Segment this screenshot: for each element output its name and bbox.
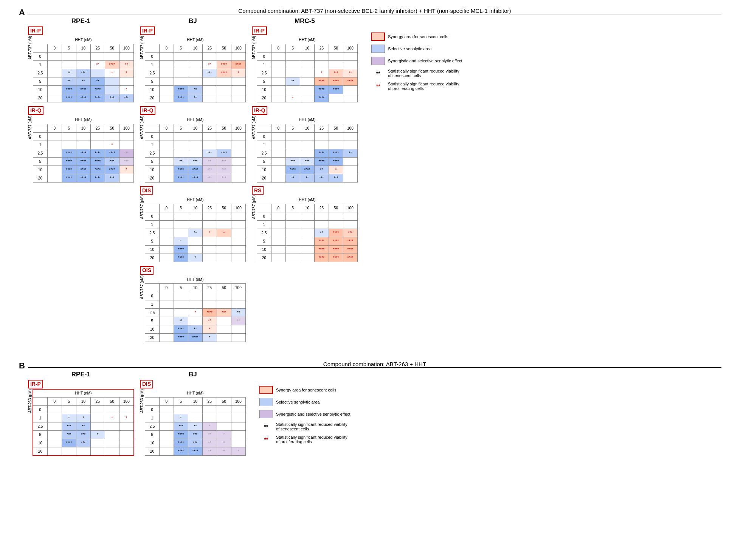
mrc5-irq-block: IR-Q ABT-737 (μM) HHT (nM) 05102550100 xyxy=(252,106,358,182)
bj-irq-block: IR-Q ABT-737 (μM) HHT (nM) 05102550100 xyxy=(140,106,246,182)
section-b-label: B xyxy=(19,361,25,371)
bj-dis-block: DIS ABT-737 (μM) HHT (nM) 05102550100 xyxy=(140,186,246,262)
mrc5-rs-y: ABT-737 (μM) xyxy=(252,195,256,219)
bj-irq-table: HHT (nM) 05102550100 0 1 2.5******* 5***… xyxy=(145,116,246,183)
mrc5-title: MRC-5 xyxy=(252,17,358,25)
legend-b-combined-box xyxy=(259,410,273,418)
bj-irq-y: ABT-737 (μM) xyxy=(140,116,144,139)
legend-b-synergy-box xyxy=(259,386,273,394)
panel-mrc5-a: MRC-5 IR-P ABT-737 (μM) xyxy=(252,17,358,266)
irp-label: IR-P xyxy=(28,26,43,35)
section-a: A Compound combination: ABT-737 (non-sel… xyxy=(19,8,721,346)
legend-b-senolytic-text: Selective senolytic area xyxy=(276,400,320,404)
mrc5-irp-y: ABT-737 (μM) xyxy=(252,36,256,59)
rpe1-irp-table: HHT (nM) 05102550100 0 xyxy=(33,36,134,103)
bj-irq-label: IR-Q xyxy=(140,106,156,115)
rpe1-irq-block: IR-Q ABT-737 (μM) HHT (nM) xyxy=(28,106,134,182)
bj-y-axis: ABT-737 (μM) xyxy=(140,36,144,59)
rpe1-b-y: ABT-263 (μM) xyxy=(28,389,32,413)
rpe1-irq-table: HHT (nM) 05102550100 0 xyxy=(33,116,134,183)
mrc5-rs-label: RS xyxy=(252,186,264,195)
mrc5-rs-table: HHT (nM) 05102550100 0 1 2.5********* 5*… xyxy=(257,195,358,262)
legend-b-stars-red-item: ** Statistically significant reduced via… xyxy=(259,435,351,444)
section-b: B Compound combination: ABT-263 + HHT RP… xyxy=(19,361,721,459)
legend-b-senolytic: Selective senolytic area xyxy=(259,398,351,406)
bj-b-dis-label: DIS xyxy=(140,380,153,388)
section-b-title: Compound combination: ABT-263 + HHT xyxy=(28,361,721,368)
rpe1-b-irp-block: IR-P ABT-263 (μM) HHT (nM) 05102550100 xyxy=(28,380,134,456)
legend-b-synergy-text: Synergy area for senescent cells xyxy=(276,388,337,392)
legend-b-stars-red: ** xyxy=(264,436,268,442)
legend-combined-text: Synergistic and selective senolytic effe… xyxy=(388,59,462,63)
legend-synergy-text: Synergy area for senescent cells xyxy=(388,34,448,39)
section-a-label: A xyxy=(19,8,25,17)
panel-rpe1-b: RPE-1 IR-P ABT-263 (μM) xyxy=(28,371,134,459)
legend-stars-black: ** xyxy=(376,70,380,76)
legend-b-combined-text: Synergistic and selective senolytic effe… xyxy=(276,412,351,416)
legend-stars-black-item: ** Statistically significant reduced via… xyxy=(371,69,462,78)
panel-bj-b: BJ DIS ABT-263 (μM) xyxy=(140,371,246,459)
legend-senolytic-text: Selective senolytic area xyxy=(388,46,432,51)
bj-ois-table: HHT (nM) 05102550100 0 1 2.5********** 5… xyxy=(145,275,246,342)
rpe1-b-irp-label: IR-P xyxy=(28,380,43,388)
bj-ois-block: OIS ABT-737 (μM) HHT (nM) 05102550100 xyxy=(140,266,246,342)
mrc5-irq-y: ABT-737 (μM) xyxy=(252,116,256,139)
legend-combined: Synergistic and selective senolytic effe… xyxy=(371,57,462,65)
legend-combined-box xyxy=(371,57,385,65)
legend-b: Synergy area for senescent cells Selecti… xyxy=(259,386,351,444)
legend-synergy: Synergy area for senescent cells xyxy=(371,32,462,41)
bj-b-dis-block: DIS ABT-263 (μM) HHT (nM) 05102550100 xyxy=(140,380,246,456)
bj-dis-table: HHT (nM) 05102550100 0 1 2.5**** 5* 10**… xyxy=(145,195,246,262)
legend-stars-red: ** xyxy=(376,83,380,89)
section-a-title: Compound combination: ABT-737 (non-selec… xyxy=(28,8,721,14)
panel-bj-a: BJ IR-P ABT-737 (μM) xyxy=(140,17,246,346)
rpe1-title: RPE-1 xyxy=(28,17,134,25)
legend-b-stars-black: ** xyxy=(264,424,268,430)
bj-b-title: BJ xyxy=(140,371,246,378)
bj-irp-block: IR-P ABT-737 (μM) HHT (nM) 05102550100 xyxy=(140,26,246,102)
legend-a: Synergy area for senescent cells Selecti… xyxy=(371,32,462,91)
legend-b-stars-black-item: ** Statistically significant reduced via… xyxy=(259,422,351,431)
rpe1-b-irp-table: HHT (nM) 05102550100 0 1**** 2.5***** 5*… xyxy=(33,389,134,456)
legend-b-combined: Synergistic and selective senolytic effe… xyxy=(259,410,351,418)
legend-senolytic: Selective senolytic area xyxy=(371,45,462,53)
bj-irp-label: IR-P xyxy=(140,26,155,35)
legend-stars-black-text: Statistically significant reduced viabil… xyxy=(388,69,459,78)
legend-synergy-box xyxy=(371,32,385,41)
irq-label: IR-Q xyxy=(28,106,44,115)
legend-stars-red-text: Statistically significant reduced viabil… xyxy=(388,82,459,91)
bj-title: BJ xyxy=(140,17,246,25)
mrc5-irq-table: HHT (nM) 05102550100 0 1 2.5********** 5… xyxy=(257,116,358,183)
mrc5-rs-block: RS ABT-737 (μM) HHT (nM) 05102550100 xyxy=(252,186,358,262)
y-axis-label: ABT-737 (μM) xyxy=(28,36,32,59)
bj-ois-label: OIS xyxy=(140,266,154,275)
legend-b-stars-red-text: Statistically significant reduced viabil… xyxy=(276,435,347,444)
y-axis-label2: ABT-737 (μM) xyxy=(28,116,32,139)
legend-b-senolytic-box xyxy=(259,398,273,406)
legend-stars-red-item: ** Statistically significant reduced via… xyxy=(371,82,462,91)
mrc5-irp-label: IR-P xyxy=(252,26,267,35)
panel-rpe1-a: RPE-1 IR-P ABT-737 (μM) xyxy=(28,17,134,186)
legend-b-synergy: Synergy area for senescent cells xyxy=(259,386,351,394)
bj-irp-table: HHT (nM) 05102550100 0 1********** 2.5**… xyxy=(145,36,246,103)
legend-senolytic-box xyxy=(371,45,385,53)
bj-b-dis-table: HHT (nM) 05102550100 0 1* 2.5****** 5***… xyxy=(145,389,246,456)
bj-dis-label: DIS xyxy=(140,186,153,195)
bj-dis-y: ABT-737 (μM) xyxy=(140,195,144,219)
legend-b-stars-black-text: Statistically significant reduced viabil… xyxy=(276,422,347,431)
bj-b-y: ABT-263 (μM) xyxy=(140,389,144,413)
mrc5-irp-block: IR-P ABT-737 (μM) HHT (nM) 05102550100 xyxy=(252,26,358,102)
bj-ois-y: ABT-737 (μM) xyxy=(140,275,144,299)
rpe1-irp-block: IR-P ABT-737 (μM) HHT (nM) xyxy=(28,26,134,102)
rpe1-b-title: RPE-1 xyxy=(28,371,134,378)
mrc5-irp-table: HHT (nM) 05102550100 0 1 2.5****** 5****… xyxy=(257,36,358,103)
mrc5-irq-label: IR-Q xyxy=(252,106,268,115)
